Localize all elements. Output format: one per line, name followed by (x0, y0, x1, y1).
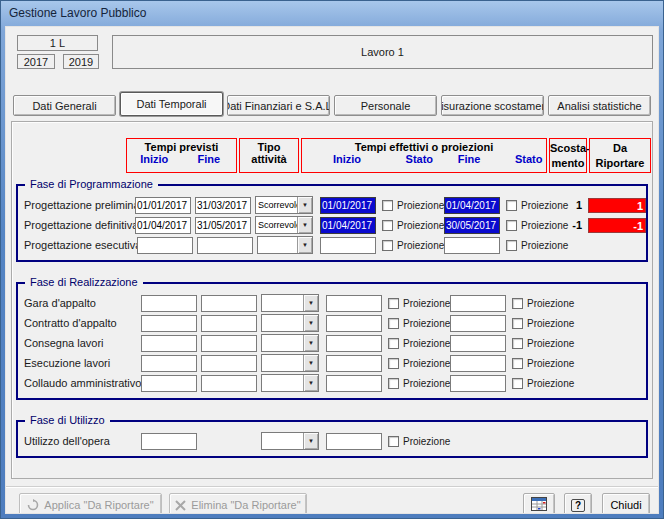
chevron-down-icon[interactable]: ▼ (303, 433, 318, 449)
proiezione-fine-checkbox[interactable] (506, 200, 517, 211)
proiezione-fine-checkbox[interactable] (506, 240, 517, 251)
window-titlebar[interactable]: Gestione Lavoro Pubblico (0, 0, 664, 26)
col-stato-fine: Stato (511, 153, 546, 165)
proiezione-fine-checkbox[interactable] (512, 298, 523, 309)
inizio-previsto-input[interactable] (141, 375, 197, 392)
group-title: Fase di Realizzazione (25, 276, 143, 288)
tab-analisi-statistiche[interactable]: Analisi statistiche (548, 95, 651, 116)
tipo-attivita-value: Scorrevole (256, 217, 297, 233)
proiezione-inizio-checkbox[interactable] (382, 240, 393, 251)
inizio-effettivo-input[interactable] (320, 217, 376, 234)
tipo-attivita-value (262, 335, 303, 351)
inizio-effettivo-input[interactable] (326, 295, 382, 312)
inizio-effettivo-input[interactable] (320, 197, 376, 214)
delete-x-icon (175, 500, 186, 511)
proiezione-inizio-checkbox[interactable] (388, 298, 399, 309)
elimina-da-riportare-button[interactable]: Elimina "Da Riportare" (169, 493, 307, 514)
tipo-attivita-select[interactable]: Scorrevole ▼ (255, 216, 313, 234)
header-scostamento: Scosta- mento (549, 138, 587, 173)
row-label: Progettazione preliminare (24, 199, 135, 211)
inizio-effettivo-input[interactable] (320, 237, 376, 254)
inizio-previsto-input[interactable] (135, 197, 191, 214)
col-stato-inizio: Stato (402, 153, 437, 165)
chevron-down-icon[interactable]: ▼ (303, 315, 318, 331)
fine-effettivo-input[interactable] (450, 335, 506, 352)
chiudi-button[interactable]: Chiudi (602, 493, 650, 514)
proiezione-fine-checkbox[interactable] (512, 318, 523, 329)
scostamento-title-line1: Scosta- (550, 142, 590, 154)
table-row: Collaudo amministrativo ▼ Proiezione Pro… (18, 373, 646, 393)
proiezione-fine-checkbox[interactable] (512, 358, 523, 369)
chevron-down-icon[interactable]: ▼ (303, 375, 318, 391)
tipo-attivita-select[interactable]: ▼ (261, 374, 319, 392)
chevron-down-icon[interactable]: ▼ (303, 355, 318, 371)
proiezione-inizio-checkbox[interactable] (388, 338, 399, 349)
inizio-previsto-input[interactable] (141, 335, 197, 352)
fine-previsto-input[interactable] (201, 295, 257, 312)
tipo-attivita-select[interactable]: ▼ (257, 236, 313, 254)
inizio-previsto-input[interactable] (137, 237, 193, 254)
fine-previsto-input[interactable] (201, 375, 257, 392)
year-end-field: 2019 (63, 54, 99, 69)
inizio-previsto-input[interactable] (135, 217, 191, 234)
help-icon: ? (571, 499, 585, 512)
fine-previsto-input[interactable] (201, 315, 257, 332)
proiezione-label: Proiezione (527, 358, 574, 369)
tipo-attivita-select[interactable]: ▼ (261, 294, 319, 312)
report-grid-button[interactable] (523, 493, 555, 514)
fine-effettivo-input[interactable] (450, 355, 506, 372)
inizio-effettivo-input[interactable] (326, 335, 382, 352)
help-button[interactable]: ? (564, 493, 592, 514)
inizio-effettivo-input[interactable] (326, 375, 382, 392)
row-label: Utilizzo dell'opera (24, 435, 141, 447)
inizio-effettivo-input[interactable] (326, 355, 382, 372)
proiezione-inizio-checkbox[interactable] (382, 200, 393, 211)
proiezione-fine-checkbox[interactable] (512, 378, 523, 389)
proiezione-fine-checkbox[interactable] (512, 338, 523, 349)
tab-dati-temporali[interactable]: Dati Temporali (120, 92, 223, 116)
table-row: Utilizzo dell'opera ▼ Proiezione (18, 431, 646, 451)
fine-effettivo-input[interactable] (444, 217, 500, 234)
tipo-attivita-select[interactable]: ▼ (261, 354, 319, 372)
tipo-attivita-select[interactable]: Scorrevole ▼ (255, 196, 313, 214)
tipo-attivita-select[interactable]: ▼ (261, 314, 319, 332)
chevron-down-icon[interactable]: ▼ (297, 217, 312, 233)
fine-effettivo-input[interactable] (444, 197, 500, 214)
proiezione-inizio-checkbox[interactable] (382, 220, 393, 231)
inizio-previsto-input[interactable] (141, 295, 197, 312)
col-fine-previsto: Fine (182, 153, 237, 165)
chevron-down-icon[interactable]: ▼ (303, 335, 318, 351)
fine-effettivo-input[interactable] (450, 315, 506, 332)
tab-misurazione-scostamenti[interactable]: Misurazione scostamenti (441, 95, 544, 116)
chevron-down-icon[interactable]: ▼ (303, 295, 318, 311)
fine-previsto-input[interactable] (197, 237, 253, 254)
fine-effettivo-input[interactable] (450, 375, 506, 392)
fine-previsto-input[interactable] (195, 217, 251, 234)
proiezione-inizio-checkbox[interactable] (388, 378, 399, 389)
proiezione-inizio-checkbox[interactable] (388, 318, 399, 329)
tab-dati-generali[interactable]: Dati Generali (13, 95, 116, 116)
fine-effettivo-input[interactable] (450, 295, 506, 312)
applica-da-riportare-button[interactable]: Applica "Da Riportare" (19, 493, 162, 514)
row-label: Contratto d'appalto (24, 317, 141, 329)
tab-dati-finanziari-sal[interactable]: Dati Finanziari e S.A.L. (227, 95, 330, 116)
tipo-attivita-select[interactable]: ▼ (261, 334, 319, 352)
proiezione-fine-checkbox[interactable] (506, 220, 517, 231)
proiezione-inizio-checkbox[interactable] (388, 358, 399, 369)
fine-effettivo-input[interactable] (444, 237, 500, 254)
inizio-previsto-input[interactable] (141, 315, 197, 332)
chevron-down-icon[interactable]: ▼ (297, 197, 312, 213)
inizio-effettivo-input[interactable] (326, 433, 382, 450)
fine-previsto-input[interactable] (201, 335, 257, 352)
fine-previsto-input[interactable] (201, 355, 257, 372)
chevron-down-icon[interactable]: ▼ (297, 237, 312, 253)
inizio-previsto-input[interactable] (141, 355, 197, 372)
tab-personale[interactable]: Personale (334, 95, 437, 116)
proiezione-inizio-checkbox[interactable] (388, 436, 399, 447)
tempi-previsti-title: Tempi previsti (127, 141, 236, 153)
fine-previsto-input[interactable] (195, 197, 251, 214)
inizio-effettivo-input[interactable] (326, 315, 382, 332)
table-row: Progettazione definitiva Scorrevole ▼ Pr… (18, 215, 646, 235)
tipo-attivita-select[interactable]: ▼ (261, 432, 319, 450)
inizio-previsto-input[interactable] (141, 433, 197, 450)
